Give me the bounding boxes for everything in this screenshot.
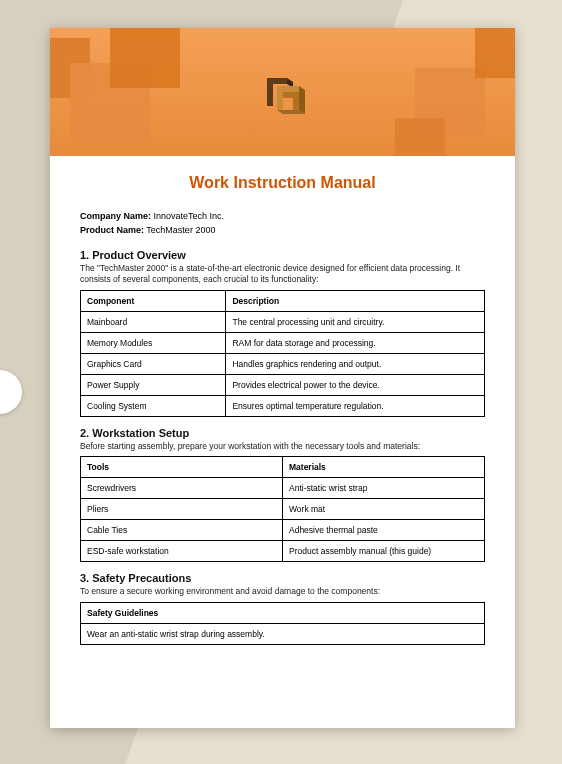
table-row: Graphics CardHandles graphics rendering …: [81, 353, 485, 374]
table-header: Tools: [81, 457, 283, 478]
table-row: ScrewdriversAnti-static wrist strap: [81, 478, 485, 499]
company-value: InnovateTech Inc.: [154, 211, 225, 221]
header-square: [395, 118, 445, 156]
workstation-table: Tools Materials ScrewdriversAnti-static …: [80, 456, 485, 562]
document-content: Work Instruction Manual Company Name: In…: [50, 156, 515, 675]
table-header: Materials: [283, 457, 485, 478]
document-title: Work Instruction Manual: [80, 174, 485, 192]
table-header: Description: [226, 290, 485, 311]
header-square: [475, 28, 515, 78]
table-row: Wear an anti-static wrist strap during a…: [81, 623, 485, 644]
meta-block: Company Name: InnovateTech Inc. Product …: [80, 210, 485, 237]
section3-intro: To ensure a secure working environment a…: [80, 586, 485, 597]
table-row: MainboardThe central processing unit and…: [81, 311, 485, 332]
table-row: Power SupplyProvides electrical power to…: [81, 374, 485, 395]
section3-heading: 3. Safety Precautions: [80, 572, 485, 584]
table-row: ESD-safe workstationProduct assembly man…: [81, 541, 485, 562]
product-value: TechMaster 2000: [146, 225, 215, 235]
section2-heading: 2. Workstation Setup: [80, 427, 485, 439]
header-band: [50, 28, 515, 156]
header-square: [110, 28, 180, 88]
logo-icon: [257, 70, 309, 122]
section1-heading: 1. Product Overview: [80, 249, 485, 261]
table-header: Component: [81, 290, 226, 311]
section2-intro: Before starting assembly, prepare your w…: [80, 441, 485, 452]
section1-intro: The "TechMaster 2000" is a state-of-the-…: [80, 263, 485, 286]
company-label: Company Name:: [80, 211, 151, 221]
table-row: PliersWork mat: [81, 499, 485, 520]
table-row: Cable TiesAdhesive thermal paste: [81, 520, 485, 541]
svg-marker-5: [299, 86, 305, 114]
components-table: Component Description MainboardThe centr…: [80, 290, 485, 417]
side-bubble: [0, 370, 22, 414]
table-row: Cooling SystemEnsures optimal temperatur…: [81, 395, 485, 416]
product-label: Product Name:: [80, 225, 144, 235]
table-header: Safety Guidelines: [81, 602, 485, 623]
document-page: Work Instruction Manual Company Name: In…: [50, 28, 515, 728]
safety-table: Safety Guidelines Wear an anti-static wr…: [80, 602, 485, 645]
table-row: Memory ModulesRAM for data storage and p…: [81, 332, 485, 353]
